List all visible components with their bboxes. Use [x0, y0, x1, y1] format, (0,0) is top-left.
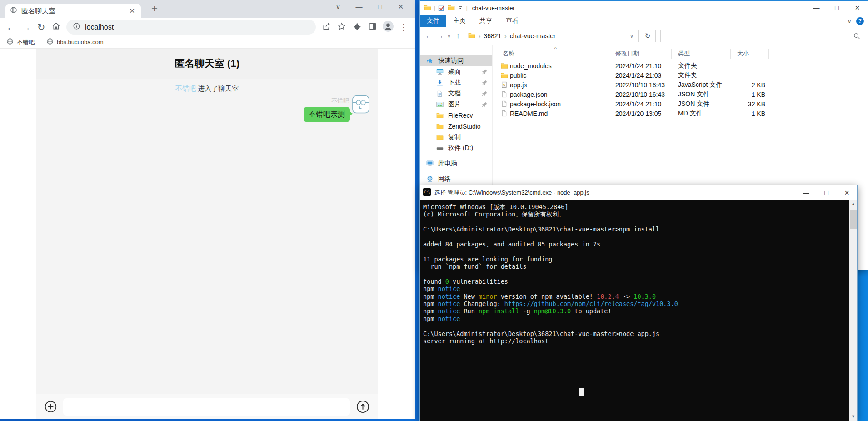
minimize-button[interactable]: —	[349, 1, 369, 13]
customize-toolbar-icon[interactable]	[458, 5, 463, 10]
file-name: public	[510, 72, 609, 79]
file-row[interactable]: S app.js 2022/10/10 16:43 JavaScript 文件 …	[493, 80, 868, 90]
forward-button[interactable]: →	[19, 20, 34, 35]
home-button[interactable]	[49, 20, 64, 35]
column-header-date[interactable]: 修改日期	[609, 49, 672, 59]
new-folder-quick-icon[interactable]	[448, 4, 455, 11]
back-button[interactable]: ←	[4, 20, 19, 35]
separator: |	[466, 5, 467, 11]
sidebar-item-folder[interactable]: 复制	[420, 132, 492, 143]
explorer-app-icon	[424, 4, 431, 11]
bubble-arrow	[349, 111, 353, 116]
sidebar-item-folder[interactable]: ZendStudio	[420, 121, 492, 132]
desktop-icon	[436, 68, 444, 75]
send-button[interactable]	[356, 400, 369, 413]
sidebar-item-drive[interactable]: 软件 (D:)	[420, 143, 492, 154]
bookmark-item[interactable]: 不错吧	[6, 38, 35, 47]
reload-button[interactable]: ↻	[34, 20, 49, 35]
file-row[interactable]: package-lock.json 2024/1/24 21:10 JSON 文…	[493, 99, 868, 109]
breadcrumb-item[interactable]: chat-vue-master	[510, 32, 556, 40]
browser-tab-strip: 匿名聊天室 ✕ + ∨ — □ ✕	[0, 0, 415, 18]
sidebar-item-downloads[interactable]: 下载	[420, 77, 492, 88]
file-type: JSON 文件	[672, 100, 731, 108]
extensions-button[interactable]	[349, 20, 365, 35]
file-row[interactable]: README.md 2024/1/20 13:05 MD 文件 1 KB	[493, 109, 868, 118]
cmd-window-title: 选择 管理员: C:\Windows\System32\cmd.exe - no…	[434, 189, 796, 197]
pin-icon	[482, 91, 488, 97]
column-header-name[interactable]: ^ 名称	[501, 49, 609, 59]
new-tab-button[interactable]: +	[148, 3, 161, 15]
side-panel-button[interactable]	[365, 20, 380, 35]
explorer-back-button[interactable]: ←	[423, 32, 434, 40]
tab-close-icon[interactable]: ✕	[128, 7, 136, 15]
site-info-icon[interactable]	[73, 22, 80, 32]
address-bar[interactable]: localhost	[66, 20, 316, 35]
cmd-scrollbar[interactable]: ▲ ▼	[849, 200, 857, 421]
cmd-minimize-button[interactable]: —	[796, 186, 816, 200]
maximize-button[interactable]: □	[369, 1, 390, 13]
terminal-line: C:\Users\Administrator\Desktop\36821\cha…	[423, 226, 849, 233]
sidebar-item-desktop[interactable]: 桌面	[420, 66, 492, 77]
refresh-button[interactable]: ↻	[640, 30, 656, 42]
scroll-down-icon[interactable]: ▼	[849, 413, 857, 421]
recent-locations-chevron-icon[interactable]: ∨	[446, 33, 452, 39]
bookmark-label: bbs.bucuoba.com	[57, 39, 104, 45]
cmd-close-button[interactable]: ✕	[837, 186, 857, 200]
properties-quick-icon[interactable]	[438, 5, 445, 11]
file-date-modified: 2022/10/10 16:43	[609, 81, 672, 89]
explorer-close-button[interactable]: ✕	[847, 1, 868, 15]
sidebar-item-documents[interactable]: 文档	[420, 88, 492, 99]
cmd-maximize-button[interactable]: □	[816, 186, 837, 200]
message-bubble: 不错吧亲测	[304, 107, 350, 122]
file-row[interactable]: node_modules 2024/1/24 21:10 文件夹	[493, 61, 868, 70]
column-header-size[interactable]: 大小	[731, 49, 769, 59]
scrollbar-thumb[interactable]	[850, 210, 857, 229]
sidebar-item-label: 此电脑	[438, 160, 457, 168]
file-row[interactable]: package.json 2022/10/10 16:43 JSON 文件 1 …	[493, 90, 868, 99]
share-button[interactable]	[319, 20, 334, 35]
terminal-line: npm notice Changelog: https://github.com…	[423, 300, 849, 307]
explorer-up-button[interactable]: ↑	[452, 32, 464, 40]
sidebar-item-thispc[interactable]: 此电脑	[420, 158, 492, 169]
ribbon-tab-3[interactable]: 查看	[499, 15, 525, 27]
browser-tab[interactable]: 匿名聊天室 ✕	[5, 4, 141, 18]
chat-message-area: 不错吧 进入了聊天室 不错吧 不错吧亲测	[36, 79, 378, 394]
file-icon	[501, 91, 510, 98]
svg-text:C:\: C:\	[424, 190, 430, 194]
help-button[interactable]: ?	[856, 17, 864, 25]
file-row[interactable]: public 2024/1/24 21:03 文件夹	[493, 70, 868, 80]
explorer-search-box[interactable]	[660, 30, 864, 42]
terminal-line: npm notice New minor version of npm avai…	[423, 293, 849, 300]
terminal-line: C:\Users\Administrator\Desktop\36821\cha…	[423, 330, 849, 337]
tab-search-chevron-icon[interactable]: ∨	[328, 1, 349, 13]
sidebar-item-quickaccess[interactable]: 快速访问	[420, 55, 492, 66]
profile-button[interactable]	[380, 20, 396, 35]
attach-plus-button[interactable]	[45, 401, 57, 413]
explorer-address-box[interactable]: ›36821›chat-vue-master ∨	[465, 30, 639, 42]
sidebar-item-network[interactable]: 网络	[420, 174, 492, 185]
url-text: localhost	[85, 23, 114, 31]
column-header-type[interactable]: 类型	[672, 49, 731, 59]
terminal-line	[423, 271, 849, 278]
terminal-line: found 0 vulnerabilities	[423, 278, 849, 285]
ribbon-tab-0[interactable]: 文件	[420, 15, 446, 27]
breadcrumb-item[interactable]: 36821	[484, 32, 501, 40]
address-dropdown-icon[interactable]: ∨	[628, 33, 635, 39]
sidebar-item-folder[interactable]: FileRecv	[420, 110, 492, 121]
bookmark-star-button[interactable]	[334, 20, 349, 35]
chat-message-row: 不错吧 不错吧亲测	[36, 95, 378, 122]
folder-icon	[436, 123, 444, 130]
explorer-minimize-button[interactable]: —	[806, 1, 827, 15]
close-button[interactable]: ✕	[390, 1, 411, 13]
ribbon-tab-1[interactable]: 主页	[446, 15, 473, 27]
sidebar-item-pictures[interactable]: 图片	[420, 99, 492, 110]
explorer-maximize-button[interactable]: □	[827, 1, 847, 15]
ribbon-tab-2[interactable]: 共享	[473, 15, 499, 27]
folder-icon	[436, 112, 444, 119]
explorer-forward-button[interactable]: →	[434, 32, 446, 40]
ribbon-collapse-icon[interactable]: ∨	[847, 18, 852, 25]
bookmark-item[interactable]: bbs.bucuoba.com	[46, 38, 104, 47]
scroll-up-icon[interactable]: ▲	[849, 200, 857, 208]
browser-menu-button[interactable]: ⋮	[396, 20, 411, 35]
chat-message-input[interactable]	[63, 398, 350, 416]
